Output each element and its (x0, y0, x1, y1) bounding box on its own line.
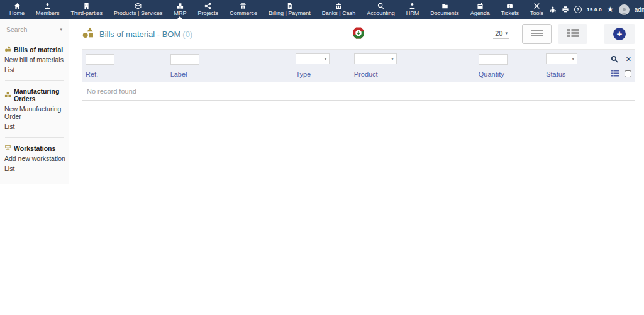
topnav-item-label: Billing | Payment (269, 10, 311, 16)
filter-type-select[interactable]: ▾ (296, 53, 330, 64)
sidebar-search-combobox[interactable]: Search ▾ (5, 25, 64, 36)
topnav-item-tools[interactable]: Tools (525, 0, 549, 19)
topnav-item-commerce[interactable]: Commerce (224, 0, 263, 19)
filter-ref-input[interactable] (86, 54, 114, 65)
filter-status-select[interactable]: ▾ (546, 53, 577, 64)
filter-quantity-input[interactable] (479, 54, 508, 65)
select-caret-icon: ▾ (572, 57, 575, 62)
sidebar-item-new-mo[interactable]: New Manufacturing Order (0, 104, 69, 121)
select-caret-icon: ▾ (325, 57, 327, 62)
select-caret-icon: ▾ (391, 57, 394, 62)
sidebar-item-mo-list[interactable]: List (0, 121, 69, 131)
version-label: 19.0.0 (587, 7, 602, 13)
agenda-icon (477, 3, 484, 9)
bookmarks-star-icon[interactable]: ★ (607, 6, 614, 13)
topnav-item-banks-cash[interactable]: Banks | Cash (316, 0, 361, 19)
topnav-item-label: HRM (406, 10, 419, 16)
help-icon[interactable]: ? (574, 6, 582, 13)
topnav-item-label: Home (9, 10, 25, 16)
kanban-view-button[interactable] (558, 24, 587, 44)
products-services-icon (135, 3, 142, 9)
topnav-item-label: Commerce (230, 10, 257, 16)
sidebar-divider (5, 80, 64, 81)
topnav-item-agenda[interactable]: Agenda (465, 0, 496, 19)
topnav-item-label: MRP (174, 10, 186, 16)
topnav-item-products-services[interactable]: Products | Services (108, 0, 168, 19)
sidebar-item-new-bom[interactable]: New bill of materials (0, 55, 69, 65)
search-caret-icon: ▾ (60, 27, 62, 32)
manufacturing-orders-icon (4, 91, 11, 99)
topnav-item-members[interactable]: Members (30, 0, 65, 19)
members-icon (44, 3, 51, 9)
topnav-item-label: Banks | Cash (322, 10, 355, 16)
topnav-item-tickets[interactable]: Tickets (496, 0, 525, 19)
page-size-value: 20 (495, 30, 502, 37)
documents-icon (441, 3, 448, 9)
print-icon[interactable] (562, 6, 569, 13)
topnav-item-documents[interactable]: Documents (425, 0, 465, 19)
help-glyph: ? (577, 7, 580, 13)
tools-icon (533, 3, 540, 9)
username-label[interactable]: admin (635, 6, 644, 13)
home-icon (14, 3, 21, 9)
topnav-item-hrm[interactable]: HRM (401, 0, 425, 19)
column-header-type[interactable]: Type (292, 67, 350, 82)
sidebar-item-bom-list[interactable]: List (0, 65, 69, 75)
accounting-icon (377, 3, 384, 9)
topnav-item-label: Members (36, 10, 60, 16)
topnav-item-third-parties[interactable]: Third-parties (65, 0, 109, 19)
user-avatar[interactable] (619, 4, 630, 15)
filter-product-select[interactable]: ▾ (354, 53, 397, 64)
topnav-item-billing-payment[interactable]: Billing | Payment (263, 0, 316, 19)
topnav-item-home[interactable]: Home (4, 0, 30, 19)
billing-payment-icon (286, 3, 293, 9)
sidebar-item-add-workstation[interactable]: Add new workstation (0, 153, 69, 163)
top-navbar: Home Members Third-parties Products | Se… (0, 0, 644, 19)
sidebar-heading-mo[interactable]: Manufacturing Orders (0, 86, 69, 104)
sidebar-section-workstations: Workstations Add new workstation List (0, 143, 69, 175)
third-parties-icon (83, 3, 90, 9)
sidebar-item-workstation-list[interactable]: List (0, 163, 69, 174)
topnav-item-label: Products | Services (114, 10, 162, 16)
status-import-badge-icon[interactable] (353, 27, 365, 41)
column-header-quantity[interactable]: Quantity (475, 67, 542, 82)
column-header-status[interactable]: Status (542, 67, 601, 82)
topnav-item-accounting[interactable]: Accounting (361, 0, 401, 19)
list-view-button[interactable] (522, 24, 552, 44)
topnav-item-projects[interactable]: Projects (192, 0, 224, 19)
workstations-icon (4, 144, 11, 152)
column-header-product[interactable]: Product (350, 67, 475, 82)
clear-filter-icon[interactable]: ✕ (626, 56, 631, 63)
sidebar-heading-label: Manufacturing Orders (14, 87, 66, 102)
bom-list-table: ▾ ▾ ▾ (82, 49, 635, 101)
plus-glyph: + (617, 28, 623, 40)
topnav-item-label: Tickets (501, 10, 519, 16)
column-header-label[interactable]: Label (167, 67, 292, 82)
sidebar-section-bom: Bills of material New bill of materials … (0, 44, 69, 76)
sidebar-heading-label: Bills of material (14, 46, 63, 53)
empty-result-row: No record found (82, 82, 635, 101)
sidebar-heading-label: Workstations (14, 145, 55, 152)
topnav-item-label: Documents (430, 10, 459, 16)
page-size-select[interactable]: 20 ▾ (493, 29, 509, 39)
new-bom-button[interactable]: + (604, 24, 635, 44)
select-all-checkbox[interactable] (625, 70, 631, 77)
topnav-item-mrp[interactable]: MRP (168, 0, 192, 19)
sidebar-section-mo: Manufacturing Orders New Manufacturing O… (0, 86, 69, 133)
topnav-item-label: Third-parties (71, 10, 103, 16)
list-view-icon (531, 30, 543, 39)
topnav-item-label: Tools (530, 10, 543, 16)
main-content: Bills of material - BOM (0) 20 ▾ (69, 19, 644, 101)
empty-message: No record found (82, 82, 635, 101)
page-size-caret-icon: ▾ (505, 31, 508, 36)
app-window: Home Members Third-parties Products | Se… (0, 0, 644, 315)
bom-page-icon (82, 26, 94, 41)
bug-icon[interactable] (549, 6, 557, 13)
commerce-icon (240, 3, 247, 9)
sidebar-heading-workstations[interactable]: Workstations (0, 143, 69, 153)
search-filter-icon[interactable] (611, 55, 618, 63)
filter-label-input[interactable] (170, 54, 199, 65)
column-header-ref[interactable]: Ref. (82, 67, 167, 82)
select-columns-icon[interactable] (611, 70, 619, 78)
sidebar-heading-bom[interactable]: Bills of material (0, 44, 69, 55)
